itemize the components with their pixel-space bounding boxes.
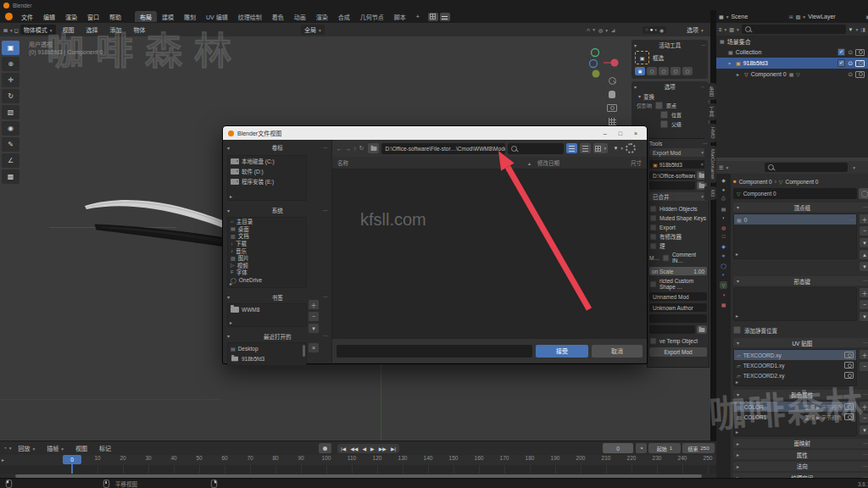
close-button[interactable]: ×	[630, 130, 642, 136]
tab-constraints-icon[interactable]: ◐	[722, 272, 726, 277]
add-shape-key-button[interactable]: ＋	[859, 287, 868, 298]
volume-item[interactable]: 软件 (D:)	[228, 166, 306, 176]
bookmark-specials-button[interactable]: ▾	[308, 323, 320, 334]
dialog-settings-icon[interactable]	[626, 143, 636, 153]
orientation-dropdown[interactable]: 全局	[301, 25, 325, 35]
render-camera-icon[interactable]	[855, 71, 865, 78]
component-row[interactable]: ▽ Component 0 ▦ ▽ ⊙	[716, 69, 868, 80]
recent-scrollbar[interactable]	[303, 345, 305, 357]
add-workspace-button[interactable]: +	[411, 13, 425, 21]
tool-box-select[interactable]: ▣	[2, 41, 19, 55]
data-name-field[interactable]: ▽ Component 0	[733, 188, 857, 199]
render-camera-icon[interactable]	[844, 403, 854, 410]
editor-type-icon[interactable]: ⊠	[3, 27, 13, 33]
workspace-tab[interactable]: 纹理绘制	[233, 11, 267, 22]
path-field[interactable]: D:\Office-software\File-stor…\Cmod\WWM8\…	[381, 143, 505, 154]
transport-button[interactable]: ◀	[360, 445, 368, 452]
column-date[interactable]: 修改日期	[537, 158, 559, 167]
tab-output-icon[interactable]: ⎙	[721, 196, 726, 202]
orthographic-icon[interactable]	[609, 118, 616, 125]
auto-key-button[interactable]	[319, 443, 331, 453]
uv-maps-header[interactable]: UV 贴图	[733, 338, 868, 347]
browse-folder-button[interactable]	[697, 325, 707, 334]
checkbox[interactable]	[650, 225, 657, 231]
playhead-line[interactable]	[71, 464, 73, 474]
collapsed-panel-header[interactable]: 属性	[733, 450, 868, 459]
filter-funnel-icon[interactable]: ▼	[613, 146, 623, 151]
temp-object-checkbox[interactable]	[650, 338, 657, 345]
tab-render-icon[interactable]: ●	[722, 187, 726, 192]
vertex-group-specials-button[interactable]: ▾	[859, 237, 868, 248]
workspace-toggle-icon[interactable]	[428, 13, 438, 21]
snap-magnet-icon[interactable]: ∩	[587, 27, 595, 32]
system-header[interactable]: 系统	[227, 203, 327, 217]
workspace-tab[interactable]: 建模	[157, 11, 179, 22]
tab-texture-icon[interactable]: ▦	[721, 302, 726, 308]
checkbox[interactable]	[650, 234, 657, 241]
active-tool-header[interactable]: 活动工具	[632, 40, 708, 50]
preset-dropdown[interactable]: Export Mod	[649, 148, 707, 157]
shading-material-icon[interactable]: ◐	[654, 27, 658, 32]
export-mod-button[interactable]: Export Mod	[649, 347, 707, 357]
workspace-pin-icon[interactable]	[440, 13, 450, 21]
list-resize-handle[interactable]	[736, 428, 741, 435]
volume-item[interactable]: 程序安装 (E:)	[228, 176, 306, 186]
npanel-tab[interactable]: 条目	[704, 83, 716, 100]
bookmark-item[interactable]: WWM8	[228, 304, 306, 314]
workspace-tab[interactable]: 雕刻	[179, 11, 201, 22]
volumes-header[interactable]: 卷标	[227, 140, 327, 155]
eye-icon[interactable]: ⊙	[848, 60, 853, 67]
color-specials-button[interactable]: ▾	[859, 424, 868, 435]
tab-material-icon[interactable]: ◑	[722, 292, 726, 297]
transport-button[interactable]: ▶	[369, 445, 376, 452]
select-menu[interactable]: 选择	[81, 24, 103, 36]
export-path-field[interactable]: D:\Office-software…	[649, 171, 695, 180]
tool-rotate[interactable]: ↻	[2, 89, 19, 103]
workspace-tab[interactable]: 合成	[333, 11, 355, 22]
new-folder-button[interactable]	[368, 143, 379, 153]
new-scene-icon[interactable]: ⊞	[789, 14, 793, 19]
collection-checkbox[interactable]: ✓	[837, 48, 845, 56]
markers-menu[interactable]: 标记	[94, 442, 116, 454]
render-camera-icon[interactable]	[844, 362, 854, 369]
eye-icon[interactable]: ⊙	[848, 49, 853, 56]
tool-move[interactable]: ✛	[2, 73, 19, 87]
transport-button[interactable]: ▶▶	[377, 445, 388, 452]
current-frame-field[interactable]: 0	[603, 443, 633, 453]
export-check-row[interactable]: Export	[649, 223, 707, 232]
editor-divider[interactable]	[710, 10, 716, 478]
checkbox[interactable]	[650, 206, 657, 213]
tab-viewlayer-icon[interactable]: ▤	[721, 206, 726, 212]
tool-cursor[interactable]: ⊕	[2, 57, 19, 71]
maximize-button[interactable]: □	[615, 130, 626, 136]
sort-icon[interactable]: ▴	[528, 160, 531, 166]
pan-icon[interactable]	[609, 91, 615, 98]
outliner-options-icon[interactable]: ◨	[860, 26, 865, 32]
frame-clock-icon[interactable]: ◔	[636, 443, 647, 453]
export-check-row[interactable]: 理	[649, 241, 707, 251]
vertex-group-item[interactable]: ▦ 0	[734, 214, 856, 225]
recent-item[interactable]: ▤Desktop	[228, 343, 306, 353]
mode-button-5[interactable]: ▢	[682, 67, 693, 75]
file-search-input[interactable]	[508, 143, 564, 154]
timeline-editor-icon[interactable]: ◔	[3, 446, 11, 451]
collapsed-panel-header[interactable]: 法向	[733, 462, 868, 471]
accept-button[interactable]: 接受	[536, 345, 588, 358]
workspace-tab[interactable]: 渲染	[311, 11, 333, 22]
render-camera-icon[interactable]	[855, 49, 865, 56]
data-settings-button[interactable]	[859, 188, 868, 199]
minimize-button[interactable]: –	[599, 130, 611, 136]
locations-checkbox[interactable]	[660, 111, 668, 119]
shading-rendered-icon[interactable]: ◉	[659, 27, 664, 33]
scene-selector[interactable]: Scene	[731, 14, 786, 19]
render-camera-icon[interactable]	[855, 60, 865, 67]
render-camera-icon[interactable]	[844, 372, 854, 379]
npanel-tab[interactable]: HMD	[704, 124, 716, 142]
filter-funnel-icon[interactable]: ▼	[849, 27, 859, 32]
list-resize-handle[interactable]	[230, 319, 235, 326]
mode-dropdown[interactable]: 物体模式	[20, 25, 56, 35]
tab-scene-icon[interactable]: ◗	[722, 215, 726, 220]
viewlayer-icon[interactable]: ▧	[796, 14, 805, 19]
navigation-gizmo[interactable]	[587, 42, 622, 78]
uv-map-item[interactable]: ▱ TEXCOORD1.xy	[734, 360, 856, 370]
